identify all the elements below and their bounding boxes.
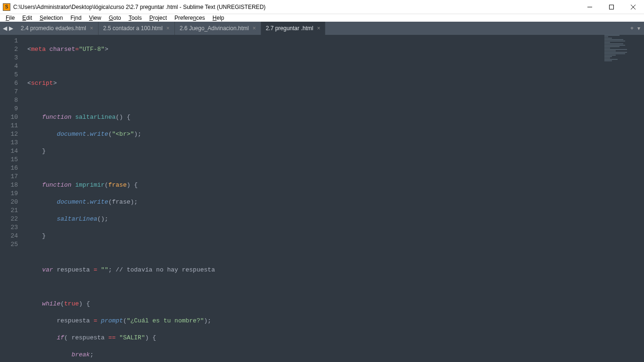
tab-close-icon[interactable]: × <box>166 25 170 32</box>
menu-view[interactable]: View <box>86 14 104 22</box>
line-number: 4 <box>1 62 18 71</box>
line-number: 18 <box>1 181 18 189</box>
tab-close-icon[interactable]: × <box>317 25 320 32</box>
editor[interactable]: 1234567891011121314151617181920212223242… <box>0 35 644 362</box>
line-number: 10 <box>1 113 18 122</box>
line-number: 23 <box>1 223 18 232</box>
tab-bar: ◀ ▶ 2.4 promedio edades.html × 2.5 conta… <box>0 22 644 35</box>
menu-selection[interactable]: Selection <box>37 14 66 22</box>
tab-label: 2.7 preguntar .html <box>266 25 314 32</box>
line-number: 15 <box>1 156 18 164</box>
line-number: 3 <box>1 54 18 62</box>
line-number: 5 <box>1 71 18 79</box>
line-number: 12 <box>1 130 18 139</box>
nav-forward-icon[interactable]: ▶ <box>9 25 13 32</box>
maximize-icon <box>609 5 614 9</box>
svg-rect-1 <box>610 5 614 9</box>
window-controls <box>579 0 644 14</box>
tab-label: 2.4 promedio edades.html <box>21 25 86 32</box>
line-number: 16 <box>1 164 18 173</box>
menu-find[interactable]: Find <box>67 14 84 22</box>
menu-preferences[interactable]: Preferences <box>172 14 208 22</box>
line-number: 20 <box>1 198 18 206</box>
line-number: 22 <box>1 215 18 223</box>
tab-nav: ◀ ▶ <box>0 22 16 35</box>
line-gutter: 1234567891011121314151617181920212223242… <box>0 35 24 362</box>
line-number: 8 <box>1 96 18 105</box>
line-number: 14 <box>1 147 18 156</box>
menu-edit[interactable]: Edit <box>19 14 35 22</box>
minimize-button[interactable] <box>579 0 601 14</box>
tab-close-icon[interactable]: × <box>253 25 256 32</box>
line-number: 19 <box>1 189 18 198</box>
tab-actions: + ▾ <box>627 22 644 35</box>
menu-goto[interactable]: Goto <box>106 14 124 22</box>
tab-3[interactable]: 2.7 preguntar .html × <box>261 22 326 35</box>
line-number: 9 <box>1 105 18 113</box>
tab-0[interactable]: 2.4 promedio edades.html × <box>16 22 99 35</box>
line-number: 11 <box>1 122 18 130</box>
tab-label: 2.5 contador a 100.html <box>103 25 163 32</box>
workspace: ◀ ▶ 2.4 promedio edades.html × 2.5 conta… <box>0 22 644 362</box>
menu-bar: File Edit Selection Find View Goto Tools… <box>0 14 644 22</box>
line-number: 6 <box>1 79 18 88</box>
line-number: 7 <box>1 88 18 96</box>
menu-project[interactable]: Project <box>147 14 170 22</box>
line-number: 13 <box>1 139 18 147</box>
maximize-button[interactable] <box>601 0 622 14</box>
line-number: 21 <box>1 206 18 215</box>
tab-2[interactable]: 2.6 Juego_Adivinacion.html × <box>175 22 261 35</box>
tab-1[interactable]: 2.5 contador a 100.html × <box>99 22 175 35</box>
line-number: 17 <box>1 173 18 181</box>
close-button[interactable] <box>622 0 644 14</box>
close-icon <box>631 5 636 9</box>
nav-back-icon[interactable]: ◀ <box>3 25 7 32</box>
menu-help[interactable]: Help <box>210 14 227 22</box>
line-number: 25 <box>1 240 18 249</box>
tab-close-icon[interactable]: × <box>90 25 93 32</box>
code-area[interactable]: <meta charset="UTF-8"> <script> function… <box>24 35 644 362</box>
tab-label: 2.6 Juego_Adivinacion.html <box>180 25 249 32</box>
line-number: 2 <box>1 45 18 54</box>
app-icon: S <box>3 3 10 11</box>
menu-file[interactable]: File <box>3 14 17 22</box>
new-tab-button[interactable]: + <box>630 25 634 32</box>
minimize-icon <box>587 5 592 9</box>
window-title: C:\Users\Administrator\Desktop\lógica\cu… <box>13 4 579 10</box>
line-number: 24 <box>1 232 18 240</box>
menu-tools[interactable]: Tools <box>126 14 145 22</box>
tab-menu-button[interactable]: ▾ <box>637 25 640 32</box>
line-number: 1 <box>1 37 18 45</box>
window-titlebar: S C:\Users\Administrator\Desktop\lógica\… <box>0 0 644 14</box>
